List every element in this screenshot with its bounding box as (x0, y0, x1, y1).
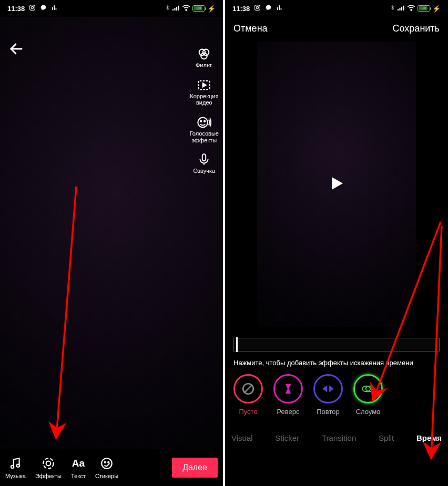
svg-point-25 (101, 458, 112, 469)
instagram-icon (29, 4, 36, 13)
next-button[interactable]: Далее (172, 458, 218, 478)
svg-point-10 (186, 10, 186, 11)
slomo-icon (353, 374, 383, 404)
svg-rect-37 (403, 5, 404, 10)
svg-rect-6 (172, 9, 174, 11)
statusbar-right: 11:38 80 ⚡ (225, 0, 448, 17)
signal-icon (172, 5, 180, 13)
stickers-icon (99, 456, 114, 471)
text-icon: Aa (71, 456, 86, 471)
svg-rect-5 (56, 8, 57, 10)
filters-icon (196, 46, 212, 62)
effect-slomo[interactable]: Слоумо (353, 374, 383, 416)
svg-rect-7 (175, 8, 176, 11)
svg-marker-43 (329, 386, 334, 392)
svg-point-30 (259, 6, 259, 6)
text-button[interactable]: Aa Текст (71, 456, 86, 479)
music-button[interactable]: Музыка (5, 456, 26, 479)
music-label: Музыка (5, 473, 26, 479)
svg-point-27 (108, 462, 109, 463)
status-time: 11:38 (232, 5, 250, 13)
filters-label: Фильт. (196, 62, 213, 69)
bluetooth-icon (165, 4, 170, 13)
svg-rect-20 (202, 154, 206, 161)
voice-effects-label: Голосовые эффекты (190, 130, 219, 143)
voiceover-button[interactable]: Озвучка (194, 152, 216, 174)
effect-reverse[interactable]: Реверс (273, 374, 303, 416)
save-button[interactable]: Сохранить (393, 23, 440, 34)
effect-empty-label: Пусто (239, 408, 257, 416)
svg-marker-39 (332, 177, 343, 190)
tab-transition[interactable]: Transition (319, 431, 359, 444)
playhead[interactable] (236, 337, 238, 352)
svg-rect-8 (176, 6, 177, 10)
editor-header: Отмена Сохранить (225, 17, 448, 42)
voice-effects-button[interactable]: Голосовые эффекты (190, 115, 219, 143)
svg-point-21 (11, 466, 14, 468)
right-screen: 11:38 80 ⚡ Отмена Сохранить (225, 0, 448, 486)
video-preview[interactable] (257, 42, 416, 327)
filters-button[interactable]: Фильт. (196, 46, 213, 69)
cancel-button[interactable]: Отмена (233, 23, 268, 34)
correction-label: Коррекция видео (190, 93, 218, 106)
timeline[interactable] (233, 338, 440, 351)
wifi-icon (182, 5, 190, 13)
tab-visual[interactable]: Visual (228, 431, 256, 444)
effects-hint: Нажмите, чтобы добавить эффекты искажени… (225, 355, 448, 374)
tab-time[interactable]: Время (413, 431, 445, 444)
charging-icon: ⚡ (432, 5, 441, 13)
svg-rect-31 (277, 7, 278, 9)
effect-slomo-label: Слоумо (356, 408, 381, 416)
svg-point-18 (200, 120, 201, 121)
battery-icon: 80 (418, 5, 430, 12)
chat-icon (40, 4, 47, 13)
effect-repeat[interactable]: Повтор (313, 374, 343, 416)
effects-icon (41, 456, 56, 471)
video-canvas-left[interactable]: Фильт. Коррекция видео Голосовые эффекты… (0, 17, 223, 449)
svg-rect-4 (54, 5, 55, 10)
svg-rect-9 (178, 5, 179, 10)
effects-button[interactable]: Эффекты (35, 456, 62, 479)
svg-point-23 (43, 458, 54, 469)
svg-point-22 (17, 464, 19, 467)
back-button[interactable] (8, 41, 24, 59)
svg-rect-35 (400, 8, 401, 11)
tab-split[interactable]: Split (375, 431, 397, 444)
play-button[interactable] (327, 174, 346, 195)
correction-button[interactable]: Коррекция видео (190, 77, 218, 106)
statusbar-left: 11:38 80 ⚡ (0, 0, 223, 17)
svg-point-14 (201, 53, 207, 59)
stickers-label: Стикеры (95, 473, 118, 479)
instagram-icon (254, 4, 261, 13)
svg-point-38 (411, 10, 411, 11)
side-tools: Фильт. Коррекция видео Голосовые эффекты… (190, 46, 219, 174)
text-label: Текст (71, 473, 86, 479)
time-effects-row: Пусто Реверс Повтор Слоумо (225, 374, 448, 423)
svg-point-17 (198, 118, 208, 128)
music-icon (8, 456, 23, 471)
effects-label: Эффекты (35, 473, 62, 479)
correction-icon (196, 77, 212, 93)
svg-marker-16 (203, 83, 206, 87)
svg-point-24 (46, 461, 51, 466)
repeat-icon (313, 374, 343, 404)
chat-icon (265, 4, 272, 13)
svg-rect-36 (401, 6, 402, 10)
svg-point-1 (32, 6, 34, 8)
bluetooth-icon (390, 4, 395, 13)
svg-point-19 (204, 120, 205, 121)
microphone-icon (196, 152, 212, 168)
wifi-icon (407, 5, 415, 13)
svg-rect-33 (281, 8, 282, 10)
svg-marker-42 (322, 386, 327, 392)
left-screen: 11:38 80 ⚡ Фильт. (0, 0, 223, 486)
effect-repeat-label: Повтор (317, 408, 339, 416)
svg-point-2 (34, 6, 34, 6)
stickers-button[interactable]: Стикеры (95, 456, 118, 479)
effect-reverse-label: Реверс (277, 408, 299, 416)
effect-empty[interactable]: Пусто (233, 374, 263, 416)
status-time: 11:38 (7, 5, 25, 13)
tab-sticker[interactable]: Sticker (272, 431, 302, 444)
svg-point-26 (105, 462, 106, 463)
reverse-icon (273, 374, 303, 404)
